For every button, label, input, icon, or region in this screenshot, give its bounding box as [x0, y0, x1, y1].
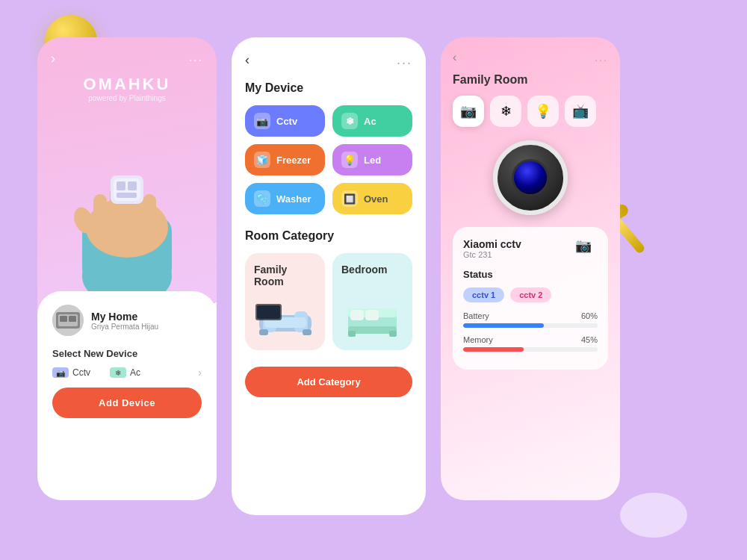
nav-arrow-icon[interactable]: › [51, 51, 55, 66]
memory-label: Memory [463, 335, 493, 344]
battery-label: Battery [463, 311, 489, 320]
family-room-title: Family Room [453, 73, 608, 87]
my-device-title: My Device [245, 81, 412, 95]
deco-white-blob [620, 493, 687, 538]
oven-tile-icon: 🔲 [341, 190, 358, 207]
led-tile-label: Led [364, 155, 381, 166]
svg-rect-32 [389, 331, 397, 337]
svg-rect-6 [143, 194, 156, 231]
home-info: My Home Griya Permata Hijau [52, 305, 202, 336]
memory-bar-bg [463, 347, 598, 352]
card-my-device: ‹ ... My Device 📷 Cctv ❄ Ac 🧊 Freezer 💡 … [232, 37, 426, 515]
card3-back-button[interactable]: ‹ [453, 51, 456, 64]
cctv-tile-icon: 📷 [254, 113, 270, 129]
device-tile-freezer[interactable]: 🧊 Freezer [245, 144, 325, 175]
battery-bar-fill [463, 323, 544, 328]
card2-dots: ... [397, 52, 412, 68]
svg-rect-29 [350, 310, 364, 320]
home-name: My Home [91, 311, 158, 323]
back-button[interactable]: ‹ [245, 52, 249, 68]
chip-cctv2[interactable]: cctv 2 [510, 287, 551, 302]
cctv-camera-area [453, 140, 608, 215]
device-tile-washer[interactable]: 🫧 Washer [245, 183, 325, 214]
device-name: Xiaomi cctv [463, 238, 521, 250]
add-device-button[interactable]: Add Device [52, 388, 202, 418]
device-label-ac: Ac [130, 367, 140, 378]
card3-header: ‹ ... [453, 51, 608, 64]
device-item-cctv: 📷 Cctv [52, 367, 90, 378]
svg-rect-10 [117, 181, 125, 190]
status-chips: cctv 1 cctv 2 [463, 287, 598, 302]
ac-tile-icon: ❄ [341, 113, 358, 129]
chip-cctv1[interactable]: cctv 1 [463, 287, 504, 302]
device-label-cctv: Cctv [72, 367, 90, 378]
memory-stat: Memory 45% [463, 335, 598, 352]
cctv-icon-small: 📷 [52, 367, 69, 378]
battery-percent: 60% [581, 311, 598, 320]
oven-tile-label: Oven [364, 193, 388, 205]
cat-icon-ac[interactable]: ❄ [490, 96, 521, 127]
svg-rect-11 [128, 181, 137, 190]
home-address: Griya Permata Hijau [91, 323, 158, 331]
device-info-card: Xiaomi cctv Gtc 231 📷 Status cctv 1 cctv… [453, 227, 608, 370]
battery-bar-bg [463, 323, 598, 328]
led-tile-icon: 💡 [341, 152, 358, 168]
svg-rect-3 [93, 194, 107, 235]
category-icons-row: 📷 ❄ 💡 📺 [453, 96, 608, 127]
svg-rect-12 [117, 193, 137, 198]
svg-rect-17 [69, 316, 76, 322]
select-device-label: Select New Device [52, 348, 202, 359]
washer-tile-label: Washer [276, 193, 311, 205]
room-cards-row: FamilyRoom [245, 253, 412, 350]
card-home: › ... OMAHKU powered by Plainthings [37, 37, 217, 500]
bedroom-illustration [341, 296, 403, 343]
device-tile-led[interactable]: 💡 Led [332, 144, 412, 175]
device-tile-ac[interactable]: ❄ Ac [332, 105, 412, 137]
cat-icon-cctv[interactable]: 📷 [453, 96, 484, 127]
device-grid: 📷 Cctv ❄ Ac 🧊 Freezer 💡 Led 🫧 Washer 🔲 [245, 105, 412, 214]
battery-stat: Battery 60% [463, 311, 598, 328]
card2-header: ‹ ... [245, 52, 412, 68]
device-tile-oven[interactable]: 🔲 Oven [332, 183, 412, 214]
status-title: Status [463, 269, 598, 280]
card1-bottom: My Home Griya Permata Hijau Select New D… [37, 291, 217, 435]
memory-percent: 45% [581, 335, 598, 344]
room-category-title: Room Category [245, 229, 412, 243]
cat-icon-light[interactable]: 💡 [527, 96, 559, 127]
room-card-family[interactable]: FamilyRoom [245, 253, 325, 350]
svg-rect-30 [365, 310, 379, 320]
device-tile-cctv[interactable]: 📷 Cctv [245, 105, 325, 137]
ac-tile-label: Ac [364, 116, 376, 127]
card1-dots: ... [189, 51, 203, 64]
device-thumb-icon: 📷 [575, 237, 598, 260]
memory-bar-fill [463, 347, 524, 352]
device-item-ac: ❄ Ac [110, 367, 140, 378]
ac-icon-small: ❄ [110, 367, 126, 378]
svg-rect-23 [303, 329, 311, 335]
svg-rect-16 [60, 316, 67, 322]
device-model: Gtc 231 [463, 250, 521, 259]
card-family-room: ‹ ... Family Room 📷 ❄ 💡 📺 Xiaomi cctv Gt… [441, 37, 620, 500]
device-row: 📷 Cctv ❄ Ac › [52, 367, 202, 379]
room-card-bedroom[interactable]: Bedroom [332, 253, 412, 350]
bedroom-name: Bedroom [341, 264, 403, 276]
cctv-tile-label: Cctv [276, 116, 297, 127]
freezer-tile-label: Freezer [276, 155, 311, 166]
freezer-tile-icon: 🧊 [254, 152, 270, 168]
hand-illustration [37, 82, 217, 291]
device-arrow-icon[interactable]: › [198, 367, 202, 379]
cctv-camera [493, 140, 568, 215]
card3-dots: ... [595, 52, 608, 63]
room-category-section: Room Category FamilyRoom [245, 229, 412, 350]
family-room-illustration [254, 296, 316, 343]
family-room-name: FamilyRoom [254, 264, 316, 287]
device-info-header: Xiaomi cctv Gtc 231 📷 [463, 237, 598, 260]
washer-tile-icon: 🫧 [254, 190, 270, 207]
svg-rect-22 [259, 329, 268, 335]
svg-rect-25 [257, 305, 280, 319]
cctv-lens [512, 159, 549, 196]
cat-icon-tv[interactable]: 📺 [565, 96, 596, 127]
svg-rect-31 [348, 331, 356, 337]
avatar [52, 305, 84, 336]
add-category-button[interactable]: Add Category [245, 367, 412, 397]
